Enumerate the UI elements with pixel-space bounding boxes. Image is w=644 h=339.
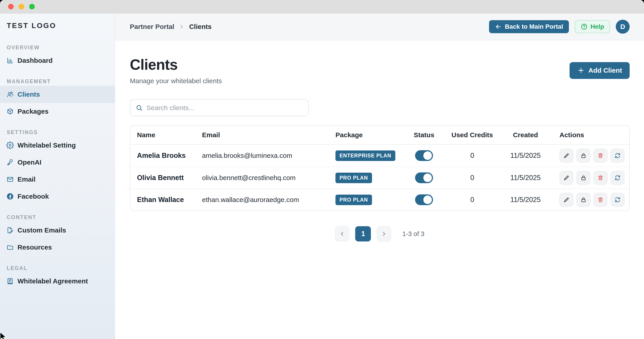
sidebar-item-label: Facebook [18,192,49,200]
sidebar-section-settings: SETTINGS [0,129,115,136]
breadcrumb-clients: Clients [189,23,212,30]
sidebar-item-dashboard[interactable]: Dashboard [0,52,115,69]
client-created-date: 11/5/2025 [499,174,552,182]
sidebar-section-overview: OVERVIEW [0,44,115,51]
client-created-date: 11/5/2025 [499,196,552,204]
row-actions [552,171,624,185]
back-to-main-portal-button[interactable]: Back to Main Portal [489,20,569,33]
client-name: Amelia Brooks [137,152,202,160]
sidebar-item-whitelabel-agreement[interactable]: Whitelabel Agreement [0,273,115,290]
main-area: Partner Portal Clients Back to Main Port… [115,14,644,339]
sidebar-item-whitelabel-setting[interactable]: Whitelabel Setting [0,137,115,154]
lock-icon [580,174,587,181]
plus-icon [577,66,585,74]
client-package-cell: ENTERPRISE PLAN [336,150,403,161]
pagination: 1 1-3 of 3 [130,226,630,242]
lock-button[interactable] [576,193,590,207]
search-input[interactable] [146,104,303,112]
macos-titlebar [0,0,644,14]
edit-button[interactable] [560,149,573,162]
zoom-window-button[interactable] [29,4,35,10]
next-page-button[interactable] [377,226,391,242]
edit-button[interactable] [560,193,573,207]
refresh-icon [614,152,621,159]
sidebar-item-packages[interactable]: Packages [0,103,115,120]
package-badge: ENTERPRISE PLAN [336,150,395,161]
sidebar-item-email[interactable]: Email [0,171,115,188]
column-header-package: Package [336,131,403,139]
lock-button[interactable] [576,171,590,185]
sidebar-item-custom-emails[interactable]: Custom Emails [0,222,115,239]
clients-table: Name Email Package Status Used Credits C… [130,125,630,211]
chevron-right-icon [381,231,387,237]
row-actions [552,193,624,207]
sidebar-item-facebook[interactable]: Facebook [0,188,115,205]
close-window-button[interactable] [8,4,14,10]
client-used-credits: 0 [445,196,499,204]
row-actions [552,149,624,162]
refresh-icon [614,174,621,181]
app-window: TEST LOGO OVERVIEW Dashboard MANAGEMENT … [0,0,644,339]
status-toggle[interactable] [415,150,433,161]
help-button-label: Help [590,23,604,30]
minimize-window-button[interactable] [18,4,24,10]
sidebar-item-label: Custom Emails [18,226,66,234]
client-email: amelia.brooks@luminexa.com [202,152,336,160]
document-edit-icon [6,226,14,234]
status-toggle[interactable] [415,194,433,205]
logo: TEST LOGO [0,14,115,30]
client-used-credits: 0 [445,174,499,182]
user-avatar[interactable]: D [616,20,630,34]
table-header-row: Name Email Package Status Used Credits C… [130,126,629,144]
key-icon [6,158,14,166]
pencil-icon [563,174,570,181]
lock-button[interactable] [576,149,590,162]
breadcrumb-partner-portal[interactable]: Partner Portal [130,23,174,30]
gear-icon [6,141,14,150]
page-number-button[interactable]: 1 [355,226,371,242]
client-email: ethan.wallace@auroraedge.com [202,196,336,204]
refresh-button[interactable] [610,171,624,185]
status-toggle[interactable] [415,172,433,183]
client-status-cell [403,150,445,161]
sidebar-item-label: Whitelabel Setting [18,142,76,149]
delete-button[interactable] [594,171,608,185]
previous-page-button[interactable] [335,226,349,242]
edit-button[interactable] [560,171,573,185]
column-header-used-credits: Used Credits [445,131,499,139]
trash-icon [597,196,604,203]
refresh-icon [614,196,621,203]
delete-button[interactable] [594,193,608,207]
sidebar-item-clients[interactable]: Clients [0,86,115,103]
column-header-name: Name [137,131,202,139]
trash-icon [597,174,604,181]
package-badge: PRO PLAN [336,173,372,183]
sidebar-item-label: Email [18,176,36,183]
pencil-icon [563,196,570,203]
folder-icon [6,243,14,252]
column-header-status: Status [403,131,445,139]
add-client-button[interactable]: Add Client [570,62,630,79]
client-used-credits: 0 [445,152,499,160]
sidebar-item-label: Packages [18,108,48,115]
refresh-button[interactable] [610,149,624,162]
client-status-cell [403,172,445,183]
bar-chart-icon [6,56,14,65]
book-icon [6,277,14,286]
client-created-date: 11/5/2025 [499,152,552,160]
envelope-icon [6,175,14,184]
users-icon [6,90,14,99]
client-package-cell: PRO PLAN [336,194,403,205]
cube-icon [6,107,14,116]
column-header-email: Email [202,131,336,139]
help-button[interactable]: Help [575,20,610,33]
table-row: Amelia Brooks amelia.brooks@luminexa.com… [130,144,629,166]
back-button-label: Back to Main Portal [505,23,563,30]
sidebar-item-resources[interactable]: Resources [0,239,115,256]
arrow-left-icon [495,23,502,30]
toggle-knob [423,151,432,160]
refresh-button[interactable] [610,193,624,207]
delete-button[interactable] [594,149,608,162]
toggle-knob [423,174,432,182]
sidebar-item-openai[interactable]: OpenAI [0,154,115,171]
